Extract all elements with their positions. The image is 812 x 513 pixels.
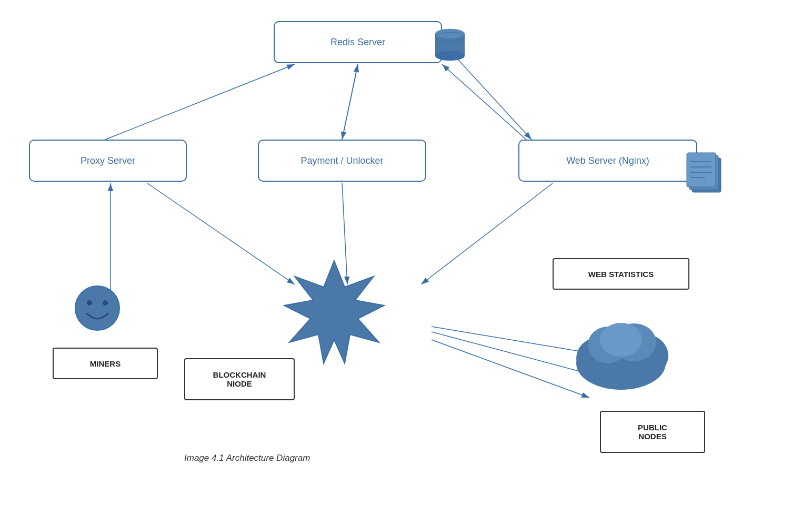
payment-unlocker-label: Payment / Unlocker bbox=[300, 155, 383, 166]
svg-line-12 bbox=[432, 332, 589, 374]
svg-point-27 bbox=[87, 300, 92, 305]
svg-point-16 bbox=[435, 51, 465, 61]
public-nodes-label: PUBLIC NODES bbox=[638, 423, 667, 441]
redis-server-label: Redis Server bbox=[330, 37, 385, 48]
svg-marker-29 bbox=[284, 261, 384, 363]
miners-label: MINERS bbox=[90, 359, 121, 368]
proxy-server-label: Proxy Server bbox=[81, 155, 135, 166]
svg-point-26 bbox=[75, 286, 119, 330]
miners-box: MINERS bbox=[53, 348, 158, 379]
proxy-server-box: Proxy Server bbox=[29, 140, 187, 182]
public-nodes-box: PUBLIC NODES bbox=[600, 411, 705, 453]
svg-line-11 bbox=[432, 327, 589, 353]
blockchain-node-box: BLOCKCHAIN NIODE bbox=[184, 358, 295, 400]
web-server-label: Web Server (Nginx) bbox=[566, 155, 649, 166]
blockchain-node-label: BLOCKCHAIN NIODE bbox=[213, 370, 266, 388]
diagram-caption: Image 4.1 Architecture Diagram bbox=[184, 453, 310, 463]
web-server-pages-icon bbox=[684, 150, 726, 198]
redis-cylinder-icon bbox=[432, 26, 468, 63]
public-nodes-cloud-icon bbox=[568, 311, 674, 395]
web-statistics-label: WEB STATISTICS bbox=[588, 270, 654, 279]
svg-line-2 bbox=[105, 64, 295, 140]
svg-point-28 bbox=[103, 300, 108, 305]
svg-line-6 bbox=[342, 64, 358, 140]
svg-line-9 bbox=[421, 183, 553, 284]
svg-line-13 bbox=[432, 340, 589, 398]
redis-server-box: Redis Server bbox=[274, 21, 442, 63]
blockchain-starburst-icon bbox=[253, 258, 416, 374]
svg-line-5 bbox=[342, 64, 358, 140]
svg-rect-21 bbox=[687, 153, 716, 187]
architecture-diagram: Redis Server Proxy Server Payment / Unlo… bbox=[0, 0, 812, 513]
web-statistics-box: WEB STATISTICS bbox=[553, 258, 689, 290]
svg-point-36 bbox=[600, 323, 642, 357]
payment-unlocker-box: Payment / Unlocker bbox=[258, 140, 426, 182]
web-server-box: Web Server (Nginx) bbox=[518, 140, 697, 182]
svg-line-4 bbox=[442, 64, 526, 140]
miners-smiley-icon bbox=[74, 284, 121, 332]
